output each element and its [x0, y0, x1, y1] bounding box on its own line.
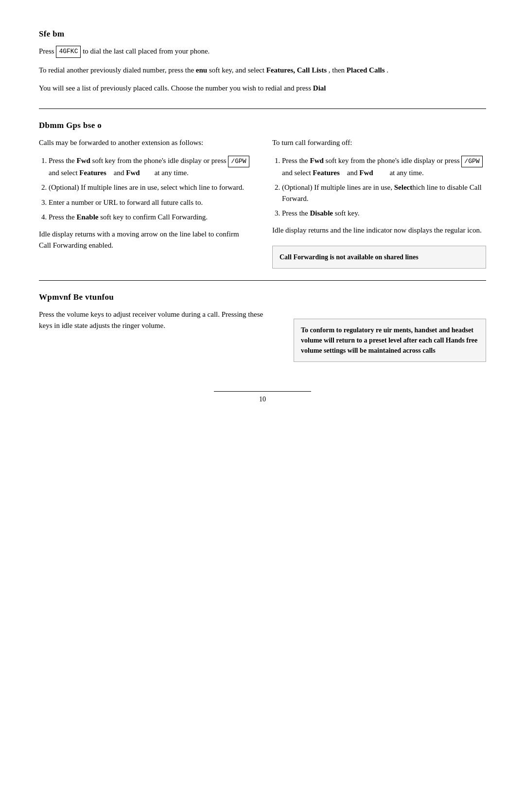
- key-gpw-left: /GPW: [228, 156, 249, 167]
- list-item: (Optional) If multiple lines are in use,…: [282, 182, 486, 204]
- key-4gfkc: 4GFKC: [56, 46, 81, 57]
- list-item: Press the Enable soft key to confirm Cal…: [49, 212, 253, 223]
- redial-placed-calls: Placed Calls: [347, 66, 385, 74]
- fwd-bold-right-1: Fwd: [310, 157, 324, 164]
- key-gpw-right: /GPW: [461, 156, 482, 167]
- forwarding-right-col: To turn call forwarding off: Press the F…: [272, 137, 486, 269]
- redial-menu-label: enu: [196, 66, 207, 74]
- redial-para2-prefix: To redial another previously dialed numb…: [39, 66, 196, 74]
- volume-note-text: To conform to regulatory re uir ments, h…: [301, 326, 477, 354]
- forwarding-right-intro: To turn call forwarding off:: [272, 137, 486, 148]
- forwarding-left-col: Calls may be forwarded to another extens…: [39, 137, 253, 269]
- redial-para2-suffix: soft key, and select: [207, 66, 266, 74]
- divider-1: [39, 108, 486, 109]
- redial-heading: Sfe bm: [39, 29, 486, 39]
- forwarding-right-steps: Press the Fwd soft key from the phone's …: [282, 155, 486, 218]
- features-bold-1: Features: [79, 169, 106, 177]
- volume-left-text: Press the volume keys to adjust receiver…: [39, 309, 274, 332]
- section-redial: Sfe bm Press 4GFKC to dial the last call…: [39, 29, 486, 94]
- redial-para3-prefix: You will see a list of previously placed…: [39, 84, 313, 92]
- redial-para1: Press 4GFKC to dial the last call placed…: [39, 46, 486, 58]
- volume-note-box: To conform to regulatory re uir ments, h…: [294, 319, 486, 362]
- list-item: Press the Disable soft key.: [282, 208, 486, 219]
- forwarding-two-col: Calls may be forwarded to another extens…: [39, 137, 486, 269]
- forwarding-heading: Dbmm Gps bse o: [39, 121, 486, 130]
- forwarding-left-footer: Idle display returns with a moving arrow…: [39, 229, 253, 252]
- redial-para3: You will see a list of previously placed…: [39, 83, 486, 94]
- footer-line: [214, 391, 311, 392]
- enable-bold: Enable: [77, 213, 99, 221]
- redial-end: .: [385, 66, 389, 74]
- fwd-bold-right-2: Fwd: [359, 169, 373, 177]
- fwd-bold-1: Fwd: [77, 157, 90, 164]
- disable-bold: Disable: [310, 209, 333, 217]
- list-item: Press the Fwd soft key from the phone's …: [49, 155, 253, 178]
- volume-two-col: Press the volume keys to adjust receiver…: [39, 309, 486, 362]
- volume-left-col: Press the volume keys to adjust receiver…: [39, 309, 274, 362]
- volume-heading: Wpmvnf Be vtunfou: [39, 292, 486, 302]
- forwarding-right-after: Idle display returns and the line indica…: [272, 225, 486, 236]
- fwd-bold-2: Fwd: [126, 169, 140, 177]
- redial-para1-prefix: Press: [39, 47, 56, 55]
- list-item: Enter a number or URL to forward all fut…: [49, 197, 253, 208]
- section-volume: Wpmvnf Be vtunfou Press the volume keys …: [39, 292, 486, 362]
- forwarding-note-box: Call Forwarding is not available on shar…: [272, 246, 486, 269]
- section-forwarding: Dbmm Gps bse o Calls may be forwarded to…: [39, 121, 486, 269]
- redial-para1-suffix: to dial the last call placed from your p…: [83, 47, 210, 55]
- features-bold-right: Features: [313, 169, 340, 177]
- divider-2: [39, 280, 486, 281]
- page-content: Sfe bm Press 4GFKC to dial the last call…: [39, 29, 486, 403]
- forwarding-left-steps: Press the Fwd soft key from the phone's …: [49, 155, 253, 222]
- select-bold: Select: [394, 183, 412, 191]
- redial-bold1: Features, Call Lists: [266, 66, 327, 74]
- forwarding-left-intro: Calls may be forwarded to another extens…: [39, 137, 253, 148]
- volume-right-col: To conform to regulatory re uir ments, h…: [294, 309, 486, 362]
- forwarding-note-text: Call Forwarding is not available on shar…: [280, 253, 419, 261]
- list-item: (Optional) If multiple lines are in use,…: [49, 182, 253, 193]
- page-number-area: 10: [39, 391, 486, 403]
- redial-dial-bold: Dial: [313, 84, 326, 92]
- page-number: 10: [259, 396, 266, 403]
- list-item: Press the Fwd soft key from the phone's …: [282, 155, 486, 178]
- redial-comma: , then: [327, 66, 347, 74]
- redial-para2: To redial another previously dialed numb…: [39, 65, 486, 76]
